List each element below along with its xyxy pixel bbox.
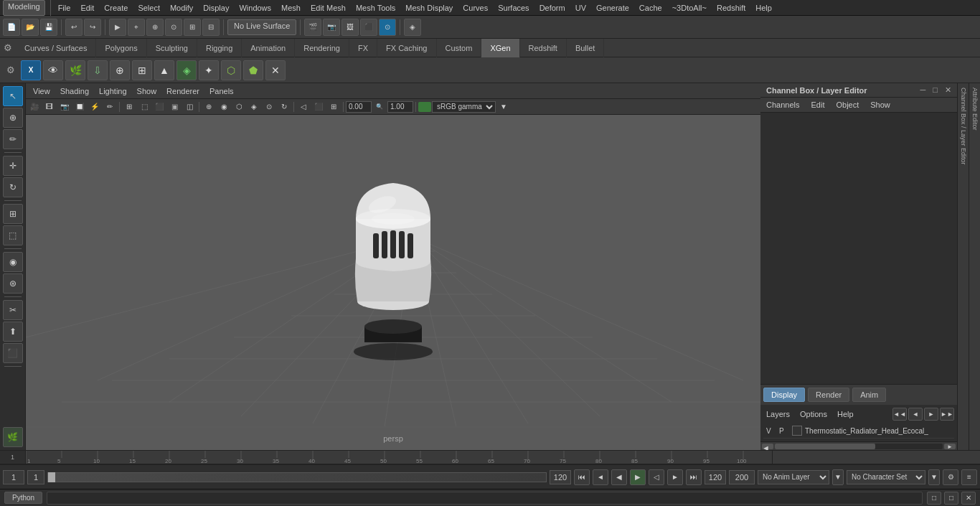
select-tool-btn[interactable]: ↖	[3, 86, 23, 106]
shelf-tool9-icon[interactable]: ⬟	[243, 60, 263, 80]
vp-menu-renderer[interactable]: Renderer	[162, 85, 204, 97]
cb-pin-icon[interactable]: □	[933, 85, 938, 95]
multi-cut-btn[interactable]: ✂	[3, 300, 23, 320]
menu-surfaces[interactable]: Surfaces	[493, 2, 534, 14]
menu-create[interactable]: Create	[99, 2, 133, 14]
cb-minimize-icon[interactable]: ─	[920, 85, 926, 95]
lasso-btn[interactable]: ⌖	[128, 19, 145, 36]
new-file-btn[interactable]: 📄	[3, 19, 20, 36]
menu-file[interactable]: File	[53, 2, 76, 14]
menu-cache[interactable]: Cache	[634, 2, 667, 14]
layers-options-menu[interactable]: Options	[797, 408, 830, 420]
soft-select-btn[interactable]: ◉	[3, 252, 23, 272]
shelf-tool8-icon[interactable]: ⬡	[221, 60, 241, 80]
vp-colorspace-arrow[interactable]: ▼	[496, 100, 511, 113]
select-btn[interactable]: ▶	[109, 19, 126, 36]
menu-uv[interactable]: UV	[570, 2, 591, 14]
vp-icon12[interactable]: ⊕	[202, 100, 216, 113]
vp-icon20[interactable]: ⊞	[326, 100, 341, 113]
vp-zoom-icon[interactable]: 🔍	[372, 100, 387, 113]
menu-mesh-tools[interactable]: Mesh Tools	[351, 2, 400, 14]
vp-menu-shading[interactable]: Shading	[56, 85, 93, 97]
layer-color-swatch[interactable]	[792, 426, 802, 436]
tab-polygons[interactable]: Polygons	[96, 39, 146, 57]
history-btn[interactable]: ⊛	[3, 273, 23, 294]
layers-menu[interactable]: Layers	[763, 408, 793, 420]
shelf-tool4-icon[interactable]: ⊞	[132, 60, 152, 80]
menu-edit[interactable]: Edit	[75, 2, 99, 14]
tab-fx-caching[interactable]: FX Caching	[377, 39, 436, 57]
tab-bullet[interactable]: Bullet	[567, 39, 605, 57]
render5-btn[interactable]: ⊙	[379, 19, 396, 36]
vp-icon19[interactable]: ⬛	[311, 100, 326, 113]
play-end-btn[interactable]: ⏭	[686, 469, 702, 485]
anim-layer-select[interactable]: No Anim Layer	[758, 470, 829, 484]
play-forward-btn[interactable]: ▶	[630, 469, 646, 485]
vp-icon6[interactable]: ✏	[103, 100, 117, 113]
channel-box-side-tab[interactable]: Channel Box / Layer Editor	[957, 83, 969, 450]
shelf-tool7-icon[interactable]: ✦	[199, 60, 219, 80]
menu-edit-mesh[interactable]: Edit Mesh	[306, 2, 351, 14]
range-start-input[interactable]	[27, 470, 44, 484]
shelf-eye-icon[interactable]: 👁	[43, 60, 63, 80]
menu-display[interactable]: Display	[198, 2, 234, 14]
tab-settings-btn[interactable]: ⚙	[0, 40, 16, 56]
layers-help-menu[interactable]: Help	[834, 408, 857, 420]
vp-camera-icon[interactable]: 🎥	[27, 100, 42, 113]
tab-sculpting[interactable]: Sculpting	[147, 39, 197, 57]
tab-redshift[interactable]: Redshift	[520, 39, 567, 57]
mode-dropdown[interactable]: Modeling	[3, 0, 45, 16]
cb-close-icon[interactable]: ✕	[945, 85, 951, 95]
layer-nav-left2[interactable]: ◄	[908, 408, 923, 421]
menu-select[interactable]: Select	[133, 2, 165, 14]
shelf-tool5-icon[interactable]: ▲	[154, 60, 174, 80]
menu-redshift[interactable]: Redshift	[712, 2, 750, 14]
vp-shaded2-icon[interactable]: ▣	[167, 100, 182, 113]
python-tab[interactable]: Python	[4, 492, 42, 504]
snap2-btn[interactable]: ⊞	[184, 19, 201, 36]
vp-icon5[interactable]: ⚡	[88, 100, 102, 113]
layer-nav-right1[interactable]: ►	[924, 408, 938, 421]
tab-fx[interactable]: FX	[349, 39, 377, 57]
step-back-btn[interactable]: ◀	[611, 469, 627, 485]
menu-modify[interactable]: Modify	[165, 2, 198, 14]
layer-playback[interactable]: P	[779, 427, 789, 435]
tab-curves-surfaces[interactable]: Curves / Surfaces	[16, 39, 96, 57]
cb-object-menu[interactable]: Object	[833, 99, 862, 111]
tab-rigging[interactable]: Rigging	[197, 39, 242, 57]
paint-btn[interactable]: ✏	[3, 129, 23, 149]
menu-mesh[interactable]: Mesh	[276, 2, 306, 14]
cb-scroll-right[interactable]: ►	[944, 444, 956, 449]
vp-grid-icon[interactable]: ⊞	[122, 100, 136, 113]
save-file-btn[interactable]: 💾	[40, 19, 57, 36]
render2-btn[interactable]: 📷	[323, 19, 340, 36]
render-btn[interactable]: 🎬	[304, 19, 321, 36]
vp-scale-input[interactable]	[387, 101, 413, 113]
vp-icon17[interactable]: ↻	[277, 100, 291, 113]
open-file-btn[interactable]: 📂	[22, 19, 39, 36]
cb-edit-menu[interactable]: Edit	[808, 99, 827, 111]
play-start-btn[interactable]: ⏮	[574, 469, 590, 485]
vp-shaded-icon[interactable]: ⬛	[152, 100, 166, 113]
cb-scroll-handle[interactable]	[775, 444, 875, 449]
snap-btn[interactable]: ⊕	[146, 19, 164, 36]
vp-film-icon[interactable]: 🎞	[42, 100, 57, 113]
tab-rendering[interactable]: Rendering	[295, 39, 349, 57]
vp-cam-icon2[interactable]: 📷	[57, 100, 72, 113]
range-end-input[interactable]	[550, 470, 571, 484]
transform-btn[interactable]: ⊕	[3, 108, 23, 128]
vp-icon4[interactable]: 🔲	[72, 100, 87, 113]
cb-show-menu[interactable]: Show	[867, 99, 893, 111]
layer-nav-left1[interactable]: ◄◄	[892, 408, 907, 421]
window-close-btn[interactable]: ✕	[961, 492, 976, 505]
menu-windows[interactable]: Windows	[234, 2, 276, 14]
cb-tab-anim[interactable]: Anim	[852, 388, 886, 402]
shelf-tool6-icon[interactable]: ◈	[176, 60, 197, 80]
shelf-gear-icon[interactable]: ⚙	[3, 60, 19, 80]
vp-menu-view[interactable]: View	[29, 85, 55, 97]
vp-icon15[interactable]: ◈	[247, 100, 261, 113]
anim-layer-arrow[interactable]: ▼	[832, 469, 844, 485]
magnet-btn[interactable]: ⊙	[165, 19, 182, 36]
vp-color-icon[interactable]	[418, 102, 431, 112]
menu-generate[interactable]: Generate	[591, 2, 634, 14]
